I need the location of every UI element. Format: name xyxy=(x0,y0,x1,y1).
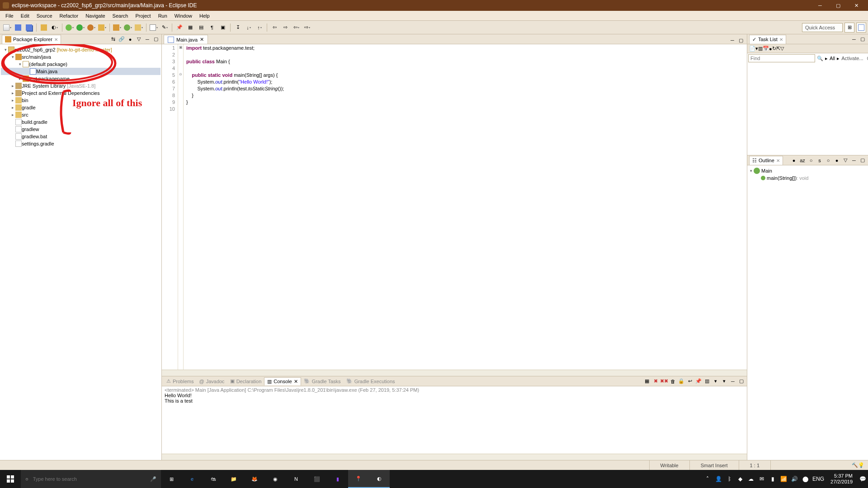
close-icon[interactable]: ✕ xyxy=(200,37,204,42)
close-icon[interactable]: ✕ xyxy=(294,379,298,385)
focus-button[interactable]: ● xyxy=(127,36,134,43)
build-button[interactable] xyxy=(39,23,48,32)
maximize-view-button[interactable]: ▢ xyxy=(859,157,866,164)
console-remove-button[interactable]: ✖ xyxy=(652,378,659,385)
console-new-button[interactable]: ▾ xyxy=(721,378,728,385)
new-class-button[interactable] xyxy=(123,23,132,32)
tray-lang[interactable]: ENG xyxy=(811,470,826,488)
tab-problems[interactable]: ⚠ Problems xyxy=(164,377,196,385)
tray-chevron-icon[interactable]: ˄ xyxy=(702,470,713,488)
tree-deps-row[interactable]: ▸ Project and External Dependencies xyxy=(1,89,160,97)
focus-button[interactable]: ● xyxy=(790,157,797,164)
tab-gradle-exec[interactable]: 🐘 Gradle Executions xyxy=(344,377,398,385)
outline-tab[interactable]: ☷ Outline ✕ xyxy=(749,156,783,165)
synchronize-button[interactable]: ↻ xyxy=(772,46,776,52)
new-task-button[interactable]: 📄▾ xyxy=(749,46,758,52)
code-area[interactable]: import test.packagename.test; public cla… xyxy=(184,44,747,370)
new-button[interactable] xyxy=(3,23,12,32)
editor-h-scrollbar[interactable] xyxy=(162,370,747,376)
toggle-mark-button[interactable]: ▦ xyxy=(186,23,195,32)
tree-bin-row[interactable]: ▸ bin xyxy=(1,97,160,104)
new-java-button[interactable] xyxy=(113,23,122,32)
menu-source[interactable]: Source xyxy=(33,12,56,19)
tasklist-tab[interactable]: ✓ Task List ✕ xyxy=(749,35,786,44)
show-whitespace-button[interactable]: ¶ xyxy=(208,23,217,32)
toggle-block-button[interactable]: ▤ xyxy=(197,23,206,32)
close-icon[interactable]: ✕ xyxy=(54,37,58,42)
categorize-button[interactable]: ▥ xyxy=(758,46,763,52)
tree-default-pkg-row[interactable]: ▾ (default package) xyxy=(1,61,160,68)
minimize-view-button[interactable]: ─ xyxy=(729,378,736,385)
hide-nonpublic-button[interactable]: ○ xyxy=(825,157,832,164)
mic-icon[interactable]: 🎤 xyxy=(150,476,156,482)
tray-location-icon[interactable]: ⬤ xyxy=(800,470,811,488)
minimize-button[interactable]: ─ xyxy=(811,0,829,11)
tab-declaration[interactable]: ▣ Declaration xyxy=(227,377,264,385)
minecraft-icon[interactable]: ⬛ xyxy=(307,470,327,488)
view-menu-button[interactable]: ▽ xyxy=(842,157,849,164)
task-view-button[interactable]: ⊞ xyxy=(161,470,182,488)
run-last-button[interactable] xyxy=(98,23,107,32)
tab-gradle-tasks[interactable]: 🐘 Gradle Tasks xyxy=(301,377,344,385)
debug-button[interactable] xyxy=(65,23,74,32)
maximize-editor-button[interactable]: ▢ xyxy=(739,38,745,44)
hide-local-button[interactable]: ● xyxy=(833,157,840,164)
menu-file[interactable]: File xyxy=(2,12,17,19)
console-clear-button[interactable]: 🗑 xyxy=(669,378,676,385)
taskbar-search-input[interactable] xyxy=(33,476,146,482)
store-icon[interactable]: 🛍 xyxy=(203,470,223,488)
tree-settings-row[interactable]: settings.gradle xyxy=(1,140,160,147)
menu-refactor[interactable]: Refactor xyxy=(56,12,82,19)
menu-edit[interactable]: Edit xyxy=(17,12,33,19)
back-button[interactable]: ⇦ xyxy=(270,23,279,32)
outline-tree[interactable]: ▾ Main main(String[]): void xyxy=(747,165,868,183)
quick-access-input[interactable]: Quick Access xyxy=(802,23,843,32)
link-editor-button[interactable]: 🔗 xyxy=(118,36,125,43)
minimize-editor-button[interactable]: ─ xyxy=(731,38,737,44)
schedule-button[interactable]: 📅 xyxy=(763,46,769,52)
hide-static-button[interactable]: s xyxy=(816,157,823,164)
next-ann-button[interactable]: ↓ xyxy=(244,23,253,32)
tray-notifications-icon[interactable]: 💬 xyxy=(857,470,868,488)
console-h-scrollbar[interactable] xyxy=(162,454,747,460)
toggle-button[interactable]: ◐ xyxy=(50,23,59,32)
save-all-button[interactable] xyxy=(24,23,33,32)
tree-main-file-row[interactable]: Main.java xyxy=(1,68,160,75)
hide-button[interactable]: ▽ xyxy=(780,46,784,52)
activate-link[interactable]: Activate... xyxy=(841,56,863,61)
pin-button[interactable]: 📌 xyxy=(175,23,184,32)
minimize-view-button[interactable]: ─ xyxy=(144,36,151,43)
prev-ann-button[interactable]: ↑ xyxy=(255,23,264,32)
collapse-button[interactable]: ⇱ xyxy=(776,46,780,52)
tree-srcfolder-row[interactable]: ▾ src/main/java xyxy=(1,53,160,61)
forward-button[interactable]: ⇨ xyxy=(281,23,290,32)
eclipse-taskbar-icon[interactable]: ◐ xyxy=(369,470,390,488)
tray-nvidia-icon[interactable]: ◆ xyxy=(735,470,745,488)
console-scroll-lock-button[interactable]: 🔒 xyxy=(678,378,685,385)
tree-src-row[interactable]: ▸ src xyxy=(1,111,160,118)
tree-project-row[interactable]: ▾ cz2002_fsp6_grp2 [how-to-git-demo mast… xyxy=(1,46,160,53)
show-selected-button[interactable]: ▣ xyxy=(218,23,227,32)
search-icon[interactable]: 🔍 xyxy=(817,56,823,61)
start-button[interactable] xyxy=(0,470,21,488)
status-build-icon[interactable]: 🔨 xyxy=(852,462,858,468)
tray-people-icon[interactable]: 👤 xyxy=(713,470,724,488)
collapse-all-button[interactable]: ⇆ xyxy=(109,36,117,43)
firefox-icon[interactable]: 🦊 xyxy=(244,470,265,488)
coverage-button[interactable] xyxy=(87,23,96,32)
tree-jre-row[interactable]: ▸ JRE System Library [JavaSE-1.8] xyxy=(1,82,160,89)
tree-gradlew-row[interactable]: gradlew xyxy=(1,126,160,133)
outline-class-row[interactable]: ▾ Main xyxy=(748,167,867,174)
fwd-history-button[interactable]: ⇨ xyxy=(302,23,311,32)
open-type-button[interactable] xyxy=(134,23,143,32)
annotation-button[interactable]: ✎ xyxy=(160,23,169,32)
hide-fields-button[interactable]: ○ xyxy=(807,157,815,164)
explorer-icon[interactable]: 📁 xyxy=(223,470,244,488)
console-display-button[interactable]: ▥ xyxy=(703,378,711,385)
menu-project[interactable]: Project xyxy=(132,12,154,19)
open-perspective-button[interactable]: ⊞ xyxy=(844,23,854,33)
tray-mail-icon[interactable]: ✉ xyxy=(756,470,767,488)
twitch-icon[interactable]: ▮ xyxy=(327,470,348,488)
tasklist-body[interactable] xyxy=(747,63,868,155)
tree-gradlewbat-row[interactable]: gradlew.bat xyxy=(1,133,160,140)
